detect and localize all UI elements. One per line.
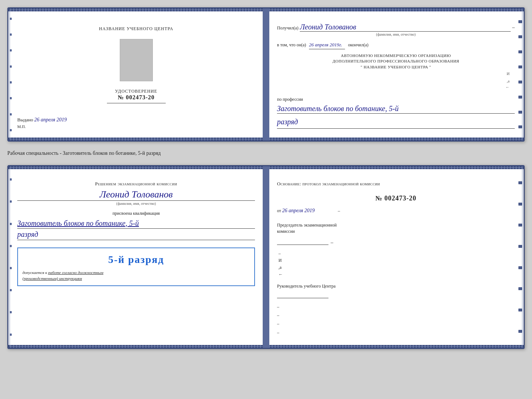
decor-bar-4 [518, 65, 522, 68]
osnovanie-label: Основание: протокол экзаменационной коми… [277, 180, 515, 188]
mp-label: М.П. [17, 124, 255, 129]
resheniyem-title: Решением экзаменационной комиссии [17, 180, 255, 188]
predsedatel-section: Председатель экзаменационнойкомиссии – –… [277, 222, 515, 278]
top-texture-bar [8, 8, 524, 11]
ot-dash: – [338, 208, 340, 213]
decor-bar-5 [518, 81, 522, 83]
bottom-card-inner: Решением экзаменационной комиссии Леонид… [8, 166, 524, 348]
left-decor-2: ← [278, 271, 515, 278]
poluchil-line: Получил(а) Леонид Толованов – [277, 22, 515, 32]
b-decor-bar-1 [518, 181, 522, 184]
okonchil-label: окончил(а) [348, 42, 368, 49]
udostoverenie-label: УДОСТОВЕРЕНИЕ [107, 89, 166, 94]
b-dash-2: – [277, 312, 515, 319]
bottom-right-panel: Основание: протокол экзаменационной коми… [266, 170, 524, 344]
ot-date: 26 апреля 2019 [282, 208, 314, 213]
person-name-large: Леонид Толованов [17, 189, 255, 200]
bottom-right-decor-bars [518, 170, 523, 344]
bottom-texture-bar [8, 138, 524, 140]
vydano-date: 26 апреля 2019 [34, 117, 66, 122]
block-line1: АВТОНОМНУЮ НЕКОММЕРЧЕСКУЮ ОРГАНИЗАЦИЮ [277, 53, 515, 58]
stamp-number: 5-й разряд [22, 252, 250, 267]
rukovoditel-text: Руководитель учебного Центра [277, 284, 335, 289]
razryad-text: разряд [277, 116, 515, 129]
rukovoditel-section: Руководитель учебного Центра – – – – [277, 283, 515, 336]
b-decor-bar-4 [518, 245, 522, 248]
razryad-bottom: разряд [17, 229, 255, 240]
fio-sub-top: (фамилия, имя, отчество) [277, 32, 515, 38]
bottom-left-panel: Решением экзаменационной комиссии Леонид… [8, 170, 266, 344]
b-dash-4: – [277, 329, 515, 336]
decor-bar-1 [518, 20, 522, 23]
a-label: ,а [277, 78, 515, 85]
page-container: НАЗВАНИЕ УЧЕБНОГО ЦЕНТРА УДОСТОВЕРЕНИЕ №… [7, 7, 525, 349]
block-title: АВТОНОМНУЮ НЕКОММЕРЧЕСКУЮ ОРГАНИЗАЦИЮ ДО… [277, 53, 515, 70]
b-decor-bar-7 [518, 309, 522, 311]
bottom-fio-sub: (фамилия, имя, отчество) [17, 201, 255, 206]
vtom-label: в том, что он(а) [277, 42, 306, 49]
decor-bar-3 [518, 50, 522, 53]
decor-bar-6 [518, 96, 522, 99]
stamp-subtitle: допускается к работе согласно должностны… [22, 270, 250, 282]
rukovoditel-signature-line [277, 291, 328, 298]
predsedatel-signature-line [277, 238, 328, 245]
po-professii-label: по профессии [277, 96, 515, 103]
b-decor-bar-8 [518, 330, 522, 333]
right-decor-bars [518, 12, 523, 137]
vydano-label: Выдано [17, 117, 33, 122]
qualification-text: Заготовитель блоков по ботанике, 5-й [17, 218, 255, 229]
profession-text: Заготовитель блоков по ботанике, 5-й [277, 104, 515, 114]
arrow-decor-2: ,а [278, 264, 515, 271]
b-decor-bar-6 [518, 287, 522, 290]
predsedatel-text: Председатель экзаменационнойкомиссии [277, 222, 337, 234]
block-line2: ДОПОЛНИТЕЛЬНОГО ПРОФЕССИОНАЛЬНОГО ОБРАЗО… [277, 58, 515, 64]
decor-bar-2 [518, 35, 522, 38]
poluchil-name: Леонид Толованов [300, 22, 511, 32]
rukovoditel-label: Руководитель учебного Центра [277, 283, 515, 289]
block-line3: " НАЗВАНИЕ УЧЕБНОГО ЦЕНТРА " [277, 64, 515, 70]
b-decor-bar-2 [518, 203, 522, 206]
a-decor-2: И [278, 257, 515, 264]
bottom-document-card: Решением экзаменационной комиссии Леонид… [7, 165, 525, 349]
ot-label: от [277, 208, 281, 213]
predsedatel-dash: – [331, 239, 333, 247]
photo-placeholder [120, 39, 153, 81]
top-card-inner: НАЗВАНИЕ УЧЕБНОГО ЦЕНТРА УДОСТОВЕРЕНИЕ №… [8, 8, 524, 140]
top-left-panel: НАЗВАНИЕ УЧЕБНОГО ЦЕНТРА УДОСТОВЕРЕНИЕ №… [8, 12, 266, 137]
top-document-card: НАЗВАНИЕ УЧЕБНОГО ЦЕНТРА УДОСТОВЕРЕНИЕ №… [7, 7, 525, 142]
b-decor-bar-3 [518, 224, 522, 227]
bottom-bottom-texture [8, 345, 524, 348]
stamp-box: 5-й разряд допускается к работе согласно… [17, 247, 255, 286]
b-dash-1: – [277, 303, 515, 310]
i-decor-2: – [278, 250, 515, 257]
predsedatel-label: Председатель экзаменационнойкомиссии [277, 222, 515, 235]
ot-line: от 26 апреля 2019 – [277, 207, 515, 215]
i-label: И [277, 71, 515, 77]
poluchil-label: Получил(а) [277, 25, 298, 32]
udostoverenie-block: УДОСТОВЕРЕНИЕ № 002473-20 [107, 89, 166, 103]
bottom-top-texture [8, 166, 524, 169]
vtom-line: в том, что он(а) 26 апреля 2019г. окончи… [277, 41, 515, 49]
arrow-label: ← [277, 84, 515, 91]
middle-label: Рабочая специальность - Заготовитель бло… [7, 148, 525, 158]
udostoverenie-number: № 002473-20 [107, 94, 166, 101]
bottom-dashes: – – – – [277, 303, 515, 336]
decor-bar-7 [518, 111, 522, 114]
dash: – [512, 24, 515, 32]
protokol-number: № 002473-20 [277, 193, 515, 204]
b-decor-bar-5 [518, 266, 522, 269]
vydano-line: Выдано 26 апреля 2019 [17, 114, 255, 123]
decor-bar-8 [518, 125, 522, 128]
top-left-title: НАЗВАНИЕ УЧЕБНОГО ЦЕНТРА [99, 26, 173, 32]
b-dash-3: – [277, 320, 515, 327]
vtom-date: 26 апреля 2019г. [309, 41, 345, 49]
top-right-panel: Получил(а) Леонид Толованов – (фамилия, … [266, 12, 524, 137]
prisvoena-label: присвоена квалификация [17, 210, 255, 217]
